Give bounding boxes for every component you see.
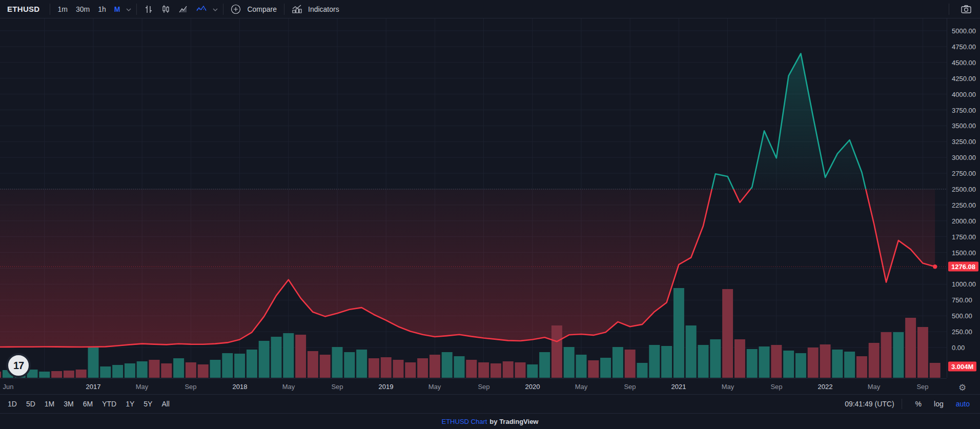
time-axis-label: May xyxy=(428,383,441,391)
volume-bar xyxy=(710,339,721,378)
volume-bar xyxy=(564,347,575,378)
toolbar-separator xyxy=(50,4,50,15)
volume-bar xyxy=(210,360,221,378)
range-button-YTD[interactable]: YTD xyxy=(97,400,121,408)
time-axis-label: Sep xyxy=(916,383,928,391)
price-axis[interactable]: ⚙ 5000.004750.004500.004250.004000.00375… xyxy=(947,18,980,378)
volume-bar xyxy=(503,361,514,378)
range-button-5D[interactable]: 5D xyxy=(22,400,40,408)
candles-icon[interactable] xyxy=(157,0,175,18)
volume-bar xyxy=(466,360,477,378)
volume-bar xyxy=(759,346,770,378)
volume-bar xyxy=(612,347,623,378)
volume-bar xyxy=(600,358,611,378)
volume-bar xyxy=(186,362,196,378)
time-axis-label: May xyxy=(575,383,588,391)
volume-bar xyxy=(820,344,831,378)
volume-bar xyxy=(881,332,892,378)
axis-settings-gear-icon[interactable]: ⚙ xyxy=(958,382,966,393)
bottom-toolbar: 1D5D1M3M6MYTD1Y5YAll 09:41:49 (UTC) % lo… xyxy=(0,394,980,413)
chevron-down-icon[interactable] xyxy=(211,6,220,12)
volume-bar xyxy=(149,360,160,378)
price-volume-pane xyxy=(0,0,947,378)
range-button-5Y[interactable]: 5Y xyxy=(139,400,157,408)
volume-bar xyxy=(552,325,562,378)
volume-bar xyxy=(478,362,489,378)
toolbar-separator xyxy=(284,4,284,15)
bars-icon[interactable] xyxy=(140,0,157,18)
time-axis-label: Sep xyxy=(770,383,782,391)
price-axis-label: 3750.00 xyxy=(952,106,976,114)
indicators-icon[interactable] xyxy=(288,0,306,18)
volume-bar xyxy=(112,365,123,378)
price-axis-label: 1000.00 xyxy=(952,280,976,288)
volume-bar xyxy=(795,353,806,378)
volume-bar xyxy=(588,360,599,378)
price-axis-label: 4250.00 xyxy=(952,74,976,82)
range-button-1M[interactable]: 1M xyxy=(40,400,59,408)
clock[interactable]: 09:41:49 (UTC) xyxy=(845,400,901,408)
plus-circle-icon[interactable] xyxy=(227,0,245,18)
range-button-1D[interactable]: 1D xyxy=(3,400,22,408)
interval-button-M[interactable]: M xyxy=(110,5,125,13)
tradingview-logo[interactable]: 17 xyxy=(6,353,31,378)
interval-group: 1m30m1hM xyxy=(53,0,124,18)
interval-button-1h[interactable]: 1h xyxy=(94,5,110,13)
time-axis-label: Sep xyxy=(624,383,636,391)
volume-bar xyxy=(173,358,184,378)
volume-bar xyxy=(698,345,709,378)
volume-bar xyxy=(198,364,209,378)
compare-button[interactable]: Compare xyxy=(245,5,281,13)
percent-scale-button[interactable]: % xyxy=(909,400,928,408)
volume-bar xyxy=(64,371,74,378)
volume-bar xyxy=(454,356,465,378)
volume-bar xyxy=(51,371,62,378)
time-axis-label: 2018 xyxy=(233,383,248,391)
chevron-down-icon[interactable] xyxy=(124,6,133,12)
time-axis-label: Sep xyxy=(331,383,343,391)
volume-bar xyxy=(125,363,135,378)
interval-button-1m[interactable]: 1m xyxy=(53,5,71,13)
indicators-button[interactable]: Indicators xyxy=(306,5,343,13)
price-axis-label: 750.00 xyxy=(952,296,972,304)
time-axis-label: Jun xyxy=(3,383,14,391)
volume-bar xyxy=(673,288,684,378)
toolbar-separator xyxy=(136,4,137,15)
time-axis[interactable]: Jun2017MaySep2018MaySep2019MaySep2020May… xyxy=(0,378,947,394)
last-price-dot xyxy=(933,264,937,269)
symbol-chart-link[interactable]: ETHUSD Chart xyxy=(442,418,487,425)
volume-bar xyxy=(442,352,453,378)
footer-by-text: by TradingView xyxy=(489,418,538,425)
volume-bar xyxy=(283,333,294,378)
volume-bar xyxy=(625,350,636,378)
volume-bar xyxy=(856,356,867,378)
time-axis-label: 2019 xyxy=(379,383,394,391)
price-axis-label: 4000.00 xyxy=(952,90,976,98)
camera-icon[interactable] xyxy=(952,4,980,14)
volume-bar xyxy=(222,353,233,378)
baseline-icon[interactable] xyxy=(192,0,211,18)
volume-bar xyxy=(527,364,538,378)
price-axis-label: 2750.00 xyxy=(952,170,976,177)
range-button-3M[interactable]: 3M xyxy=(59,400,78,408)
volume-bar xyxy=(369,358,379,378)
volume-bar xyxy=(88,347,99,378)
range-button-1Y[interactable]: 1Y xyxy=(121,400,139,408)
area-icon[interactable] xyxy=(175,0,192,18)
volume-bar xyxy=(539,352,550,378)
price-axis-label: 1500.00 xyxy=(952,249,976,256)
price-axis-label: 3250.00 xyxy=(952,138,976,146)
range-button-6M[interactable]: 6M xyxy=(78,400,97,408)
price-axis-label: 2500.00 xyxy=(952,186,976,193)
log-scale-button[interactable]: log xyxy=(928,400,950,408)
symbol-button[interactable]: ETHUSD xyxy=(0,5,47,13)
price-axis-label: 1750.00 xyxy=(952,233,976,240)
volume-bar xyxy=(637,363,648,378)
range-button-All[interactable]: All xyxy=(157,400,174,408)
volume-bar xyxy=(137,361,148,378)
chart-canvas[interactable] xyxy=(0,0,947,378)
price-axis-label: 0.00 xyxy=(952,344,965,352)
auto-scale-button[interactable]: auto xyxy=(950,400,980,408)
interval-button-30m[interactable]: 30m xyxy=(72,5,94,13)
price-axis-label: 4500.00 xyxy=(952,58,976,66)
